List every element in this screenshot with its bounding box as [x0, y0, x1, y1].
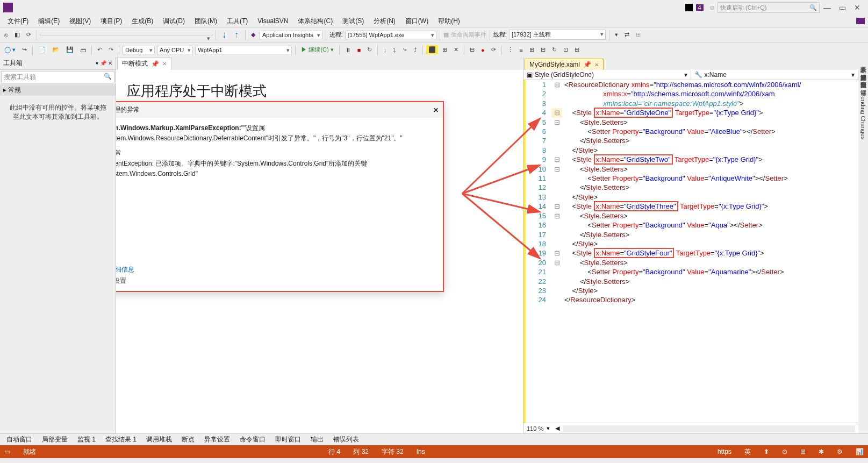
bottom-tab[interactable]: 查找结果 1 — [101, 434, 141, 445]
bottom-tab[interactable]: 输出 — [306, 434, 328, 445]
minimize-button[interactable]: — — [820, 3, 835, 12]
tb-icon[interactable]: ✕ — [451, 45, 461, 54]
pause-icon[interactable]: ⏸ — [343, 46, 353, 54]
tb-icon[interactable]: ⎋ — [2, 31, 10, 39]
record-icon[interactable]: ● — [479, 46, 487, 54]
menu-tools[interactable]: 工具(T) — [223, 16, 252, 27]
copy-details-link[interactable]: 复制详细信息 — [116, 265, 437, 274]
tab-mygridstyle[interactable]: MyGridStyle.xaml 📌 ✕ — [525, 59, 604, 70]
scroll-left-icon[interactable]: ◀ — [555, 425, 559, 432]
step-out-icon[interactable]: ⤴ — [412, 46, 419, 54]
toolbox-group-general[interactable]: ▸ 常规 — [0, 84, 116, 96]
tb-icon[interactable]: ◧ — [12, 30, 22, 39]
side-tab-properties[interactable]: 属性 — [858, 82, 869, 88]
bottom-tab[interactable]: 自动窗口 — [2, 434, 37, 445]
menu-help[interactable]: 帮助(H) — [434, 16, 464, 27]
code-area[interactable]: 1⊟<ResourceDictionary xmlns="http://sche… — [523, 80, 858, 423]
menu-analyze[interactable]: 分析(N) — [369, 16, 400, 27]
bottom-tab[interactable]: 监视 1 — [73, 434, 100, 445]
config-dropdown[interactable]: Debug — [123, 46, 155, 54]
zoom-dropdown-icon[interactable]: ▾ — [547, 425, 550, 432]
tb-icon[interactable]: ⇄ — [622, 30, 632, 39]
exception-settings-link[interactable]: ▸ 异常设置 — [116, 276, 437, 286]
tb-icon[interactable]: ↻ — [550, 45, 559, 54]
close-tab-icon[interactable]: ✕ — [594, 62, 599, 68]
open-icon[interactable]: 📂 — [50, 45, 62, 54]
tb-icon[interactable]: ⟳ — [24, 30, 33, 39]
close-tab-icon[interactable]: ✕ — [162, 61, 167, 67]
undo-icon[interactable]: ↶ — [95, 45, 104, 54]
notification-badge[interactable]: 4 — [696, 4, 704, 11]
tray-icon[interactable]: ✱ — [819, 448, 824, 455]
side-tab-team[interactable]: 团队资源管理器 — [858, 74, 869, 81]
continue-button[interactable]: ▶ 继续(C) ▾ — [299, 45, 335, 55]
close-button[interactable]: ✕ — [850, 3, 865, 12]
menu-debug[interactable]: 调试(D) — [159, 16, 189, 27]
menu-window[interactable]: 窗口(W) — [401, 16, 433, 27]
menu-edit[interactable]: 编辑(E) — [34, 16, 64, 27]
tb-icon[interactable]: ⊞ — [440, 45, 449, 54]
bottom-tab[interactable]: 命令窗口 — [235, 434, 270, 445]
stop-icon[interactable]: ■ — [355, 46, 363, 54]
process-dropdown[interactable]: [17556] WpfApp1.exe — [345, 31, 436, 39]
account-icon[interactable] — [856, 18, 865, 24]
sync-up-icon[interactable]: ⭫ — [232, 31, 242, 39]
save-icon[interactable]: 💾 — [64, 45, 76, 54]
bottom-tab[interactable]: 调用堆栈 — [142, 434, 176, 445]
maximize-button[interactable]: ▭ — [835, 3, 850, 12]
insights-dropdown[interactable]: Application Insights — [260, 31, 322, 39]
insights-icon[interactable]: ◆ — [249, 30, 257, 39]
notification-flag-icon[interactable] — [685, 4, 693, 11]
tb-icon[interactable]: ⊞ — [527, 45, 536, 54]
tb-icon[interactable]: ≡ — [518, 46, 525, 54]
menu-build[interactable]: 生成(B) — [127, 16, 157, 27]
bottom-tab[interactable]: 即时窗口 — [271, 434, 305, 445]
side-tab-diagnostics[interactable]: 诊断工具 — [858, 59, 869, 66]
step-over-icon[interactable]: ⤵ — [391, 46, 398, 54]
menu-view[interactable]: 视图(V) — [65, 16, 95, 27]
menu-file[interactable]: 文件(F) — [3, 16, 33, 27]
tb-icon[interactable]: ⋮ — [505, 45, 515, 54]
nav-fwd-icon[interactable]: ↪ — [20, 45, 29, 54]
menu-architecture[interactable]: 体系结构(C) — [293, 16, 337, 27]
zoom-level[interactable]: 110 % — [527, 425, 543, 432]
toolbox-search-input[interactable]: 搜索工具箱 🔍 — [1, 71, 114, 83]
bottom-tab[interactable]: 异常设置 — [200, 434, 234, 445]
tb-icon[interactable]: ⊟ — [539, 45, 548, 54]
bottom-tab[interactable]: 断点 — [177, 434, 199, 445]
step-icon[interactable]: ↓ — [381, 46, 389, 54]
nav-back-icon[interactable]: ◯ ▾ — [2, 45, 18, 54]
restart-icon[interactable]: ↻ — [365, 45, 374, 54]
pin-icon[interactable]: ▾ 📌 ✕ — [96, 60, 112, 66]
pin-icon[interactable]: 📌 — [583, 61, 591, 68]
tb-icon[interactable]: ⊟ — [468, 45, 477, 54]
nav-scope-dropdown[interactable]: ▣ Style (GridStyleOne)▾ — [523, 70, 691, 80]
highlight-icon[interactable]: ⬛ — [426, 45, 438, 54]
tb-icon[interactable]: ⊞ — [572, 45, 582, 54]
tray-icon[interactable]: 英 — [744, 447, 751, 457]
quick-launch-input[interactable]: 快速启动 (Ctrl+Q) 🔍 — [718, 2, 820, 13]
project-dropdown[interactable]: WpfApp1 — [195, 46, 292, 54]
menu-team[interactable]: 团队(M) — [190, 16, 221, 27]
sync-down-icon[interactable]: ⭭ — [219, 31, 229, 39]
side-tab-solution[interactable]: 解决方案资源管理器 — [858, 67, 869, 73]
menu-project[interactable]: 项目(P) — [96, 16, 126, 27]
bottom-tab[interactable]: 局部变量 — [38, 434, 72, 445]
tray-icon[interactable]: ⊞ — [800, 448, 806, 455]
exception-close-button[interactable]: ✕ — [433, 106, 439, 114]
redo-icon[interactable]: ↷ — [106, 45, 116, 54]
feedback-icon[interactable]: ☺ — [709, 4, 715, 11]
horizontal-scrollbar[interactable] — [563, 425, 855, 432]
new-file-icon[interactable]: 📄 — [36, 45, 48, 54]
tray-icon[interactable]: 📊 — [856, 448, 864, 455]
tab-break-mode[interactable]: 中断模式 📌 ✕ — [117, 57, 171, 70]
tb-icon[interactable]: ⟳ — [489, 45, 498, 54]
menu-test[interactable]: 测试(S) — [338, 16, 368, 27]
save-all-icon[interactable]: 🗃 — [78, 46, 88, 54]
platform-dropdown[interactable]: Any CPU — [157, 46, 193, 54]
nav-member-dropdown[interactable]: 🔧 x:Name▾ — [691, 70, 859, 80]
tb-icon[interactable]: ⊡ — [561, 45, 570, 54]
tb-icon[interactable]: ▾ — [613, 30, 620, 39]
tray-icon[interactable]: ⚙ — [837, 448, 843, 455]
tray-icon[interactable]: ⊙ — [782, 448, 787, 455]
